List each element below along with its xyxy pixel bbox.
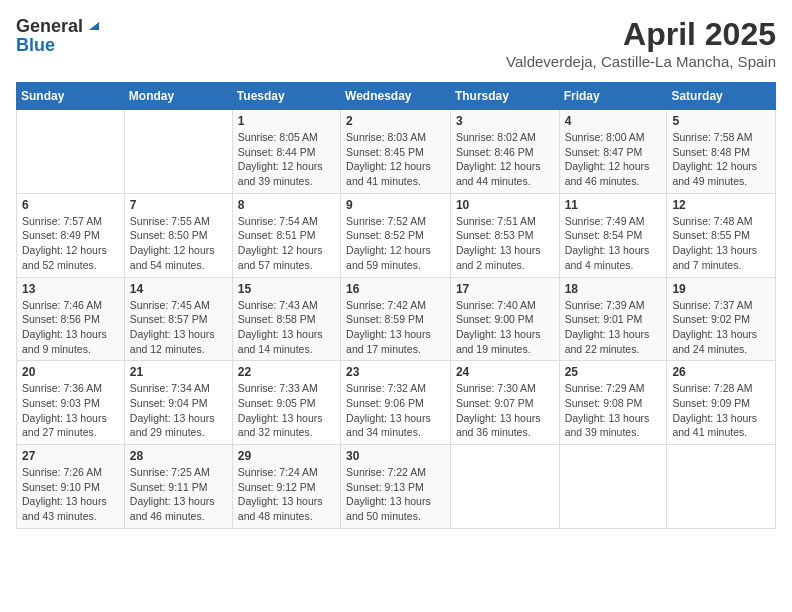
day-info: Sunrise: 7:46 AM Sunset: 8:56 PM Dayligh…	[22, 298, 119, 357]
calendar-cell: 20Sunrise: 7:36 AM Sunset: 9:03 PM Dayli…	[17, 361, 125, 445]
day-info: Sunrise: 7:42 AM Sunset: 8:59 PM Dayligh…	[346, 298, 445, 357]
day-info: Sunrise: 7:33 AM Sunset: 9:05 PM Dayligh…	[238, 381, 335, 440]
calendar-cell: 15Sunrise: 7:43 AM Sunset: 8:58 PM Dayli…	[232, 277, 340, 361]
logo: General Blue	[16, 16, 101, 54]
calendar-cell: 6Sunrise: 7:57 AM Sunset: 8:49 PM Daylig…	[17, 193, 125, 277]
day-info: Sunrise: 8:05 AM Sunset: 8:44 PM Dayligh…	[238, 130, 335, 189]
calendar-cell: 11Sunrise: 7:49 AM Sunset: 8:54 PM Dayli…	[559, 193, 667, 277]
day-info: Sunrise: 7:29 AM Sunset: 9:08 PM Dayligh…	[565, 381, 662, 440]
day-info: Sunrise: 7:54 AM Sunset: 8:51 PM Dayligh…	[238, 214, 335, 273]
calendar-cell: 17Sunrise: 7:40 AM Sunset: 9:00 PM Dayli…	[450, 277, 559, 361]
day-number: 27	[22, 449, 119, 463]
location-title: Valdeverdeja, Castille-La Mancha, Spain	[506, 53, 776, 70]
day-number: 19	[672, 282, 770, 296]
calendar-cell: 3Sunrise: 8:02 AM Sunset: 8:46 PM Daylig…	[450, 110, 559, 194]
day-number: 12	[672, 198, 770, 212]
day-number: 16	[346, 282, 445, 296]
calendar-week-row: 6Sunrise: 7:57 AM Sunset: 8:49 PM Daylig…	[17, 193, 776, 277]
calendar-week-row: 20Sunrise: 7:36 AM Sunset: 9:03 PM Dayli…	[17, 361, 776, 445]
calendar-cell: 21Sunrise: 7:34 AM Sunset: 9:04 PM Dayli…	[124, 361, 232, 445]
calendar-cell: 1Sunrise: 8:05 AM Sunset: 8:44 PM Daylig…	[232, 110, 340, 194]
calendar-cell: 22Sunrise: 7:33 AM Sunset: 9:05 PM Dayli…	[232, 361, 340, 445]
calendar-cell	[667, 445, 776, 529]
day-info: Sunrise: 7:24 AM Sunset: 9:12 PM Dayligh…	[238, 465, 335, 524]
calendar-cell: 25Sunrise: 7:29 AM Sunset: 9:08 PM Dayli…	[559, 361, 667, 445]
day-number: 28	[130, 449, 227, 463]
calendar-cell: 9Sunrise: 7:52 AM Sunset: 8:52 PM Daylig…	[341, 193, 451, 277]
column-header-tuesday: Tuesday	[232, 83, 340, 110]
day-info: Sunrise: 8:03 AM Sunset: 8:45 PM Dayligh…	[346, 130, 445, 189]
day-info: Sunrise: 7:39 AM Sunset: 9:01 PM Dayligh…	[565, 298, 662, 357]
day-number: 7	[130, 198, 227, 212]
day-info: Sunrise: 7:34 AM Sunset: 9:04 PM Dayligh…	[130, 381, 227, 440]
calendar-cell: 10Sunrise: 7:51 AM Sunset: 8:53 PM Dayli…	[450, 193, 559, 277]
calendar-cell	[559, 445, 667, 529]
day-number: 15	[238, 282, 335, 296]
day-number: 29	[238, 449, 335, 463]
day-number: 24	[456, 365, 554, 379]
calendar-cell: 19Sunrise: 7:37 AM Sunset: 9:02 PM Dayli…	[667, 277, 776, 361]
title-area: April 2025 Valdeverdeja, Castille-La Man…	[506, 16, 776, 70]
column-header-thursday: Thursday	[450, 83, 559, 110]
calendar-cell	[124, 110, 232, 194]
day-number: 4	[565, 114, 662, 128]
day-number: 11	[565, 198, 662, 212]
day-info: Sunrise: 8:02 AM Sunset: 8:46 PM Dayligh…	[456, 130, 554, 189]
calendar-cell: 29Sunrise: 7:24 AM Sunset: 9:12 PM Dayli…	[232, 445, 340, 529]
day-number: 26	[672, 365, 770, 379]
day-info: Sunrise: 7:30 AM Sunset: 9:07 PM Dayligh…	[456, 381, 554, 440]
logo-icon	[85, 16, 101, 32]
day-info: Sunrise: 8:00 AM Sunset: 8:47 PM Dayligh…	[565, 130, 662, 189]
column-header-monday: Monday	[124, 83, 232, 110]
calendar-cell: 5Sunrise: 7:58 AM Sunset: 8:48 PM Daylig…	[667, 110, 776, 194]
day-number: 3	[456, 114, 554, 128]
calendar-cell: 2Sunrise: 8:03 AM Sunset: 8:45 PM Daylig…	[341, 110, 451, 194]
day-info: Sunrise: 7:26 AM Sunset: 9:10 PM Dayligh…	[22, 465, 119, 524]
day-number: 17	[456, 282, 554, 296]
day-info: Sunrise: 7:45 AM Sunset: 8:57 PM Dayligh…	[130, 298, 227, 357]
day-info: Sunrise: 7:58 AM Sunset: 8:48 PM Dayligh…	[672, 130, 770, 189]
day-number: 13	[22, 282, 119, 296]
calendar-cell: 7Sunrise: 7:55 AM Sunset: 8:50 PM Daylig…	[124, 193, 232, 277]
column-header-wednesday: Wednesday	[341, 83, 451, 110]
calendar-cell: 27Sunrise: 7:26 AM Sunset: 9:10 PM Dayli…	[17, 445, 125, 529]
svg-marker-0	[89, 22, 99, 30]
day-info: Sunrise: 7:43 AM Sunset: 8:58 PM Dayligh…	[238, 298, 335, 357]
month-title: April 2025	[506, 16, 776, 53]
calendar-week-row: 1Sunrise: 8:05 AM Sunset: 8:44 PM Daylig…	[17, 110, 776, 194]
calendar-cell: 24Sunrise: 7:30 AM Sunset: 9:07 PM Dayli…	[450, 361, 559, 445]
day-info: Sunrise: 7:55 AM Sunset: 8:50 PM Dayligh…	[130, 214, 227, 273]
calendar-cell: 23Sunrise: 7:32 AM Sunset: 9:06 PM Dayli…	[341, 361, 451, 445]
calendar-cell: 16Sunrise: 7:42 AM Sunset: 8:59 PM Dayli…	[341, 277, 451, 361]
day-info: Sunrise: 7:22 AM Sunset: 9:13 PM Dayligh…	[346, 465, 445, 524]
calendar-week-row: 27Sunrise: 7:26 AM Sunset: 9:10 PM Dayli…	[17, 445, 776, 529]
calendar-cell: 28Sunrise: 7:25 AM Sunset: 9:11 PM Dayli…	[124, 445, 232, 529]
calendar-cell: 30Sunrise: 7:22 AM Sunset: 9:13 PM Dayli…	[341, 445, 451, 529]
calendar-cell	[450, 445, 559, 529]
day-number: 6	[22, 198, 119, 212]
day-number: 14	[130, 282, 227, 296]
day-info: Sunrise: 7:48 AM Sunset: 8:55 PM Dayligh…	[672, 214, 770, 273]
day-info: Sunrise: 7:36 AM Sunset: 9:03 PM Dayligh…	[22, 381, 119, 440]
column-header-sunday: Sunday	[17, 83, 125, 110]
day-number: 23	[346, 365, 445, 379]
day-info: Sunrise: 7:25 AM Sunset: 9:11 PM Dayligh…	[130, 465, 227, 524]
calendar-cell: 18Sunrise: 7:39 AM Sunset: 9:01 PM Dayli…	[559, 277, 667, 361]
header: General Blue April 2025 Valdeverdeja, Ca…	[16, 16, 776, 70]
day-info: Sunrise: 7:52 AM Sunset: 8:52 PM Dayligh…	[346, 214, 445, 273]
column-header-friday: Friday	[559, 83, 667, 110]
day-number: 20	[22, 365, 119, 379]
calendar-table: SundayMondayTuesdayWednesdayThursdayFrid…	[16, 82, 776, 529]
day-info: Sunrise: 7:37 AM Sunset: 9:02 PM Dayligh…	[672, 298, 770, 357]
day-number: 10	[456, 198, 554, 212]
calendar-cell: 4Sunrise: 8:00 AM Sunset: 8:47 PM Daylig…	[559, 110, 667, 194]
logo-general-text: General	[16, 17, 83, 35]
day-number: 22	[238, 365, 335, 379]
day-info: Sunrise: 7:49 AM Sunset: 8:54 PM Dayligh…	[565, 214, 662, 273]
calendar-week-row: 13Sunrise: 7:46 AM Sunset: 8:56 PM Dayli…	[17, 277, 776, 361]
day-info: Sunrise: 7:32 AM Sunset: 9:06 PM Dayligh…	[346, 381, 445, 440]
day-number: 5	[672, 114, 770, 128]
day-info: Sunrise: 7:57 AM Sunset: 8:49 PM Dayligh…	[22, 214, 119, 273]
calendar-cell: 12Sunrise: 7:48 AM Sunset: 8:55 PM Dayli…	[667, 193, 776, 277]
calendar-header-row: SundayMondayTuesdayWednesdayThursdayFrid…	[17, 83, 776, 110]
